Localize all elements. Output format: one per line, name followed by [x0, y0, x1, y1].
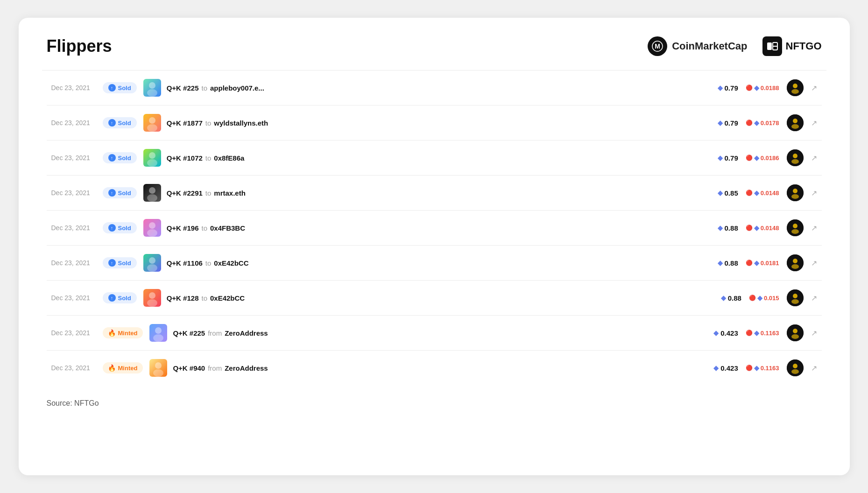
gas-eth-icon: ◆ [754, 259, 759, 267]
tx-date: Dec 23, 2021 [51, 189, 103, 197]
svg-point-34 [791, 229, 799, 234]
fire-icon: 🔴 [746, 85, 753, 91]
svg-point-21 [793, 154, 797, 158]
tx-date: Dec 23, 2021 [51, 84, 103, 92]
gas-price: 🔴 ◆ 0.1163 [746, 364, 779, 372]
fire-icon: 🔴 [746, 120, 753, 126]
nftgo-label: NFTGO [786, 40, 822, 52]
collection-avatar [787, 184, 804, 201]
nft-avatar [143, 149, 161, 167]
nft-avatar [143, 289, 161, 307]
eth-price: ◆ 0.85 [718, 189, 738, 197]
tx-date: Dec 23, 2021 [51, 294, 103, 302]
tx-right: ◆ 0.79 🔴 ◆ 0.0188 ↗ [718, 79, 817, 96]
nft-avatar [143, 254, 161, 272]
tx-info: Q+K #1106 to 0xE42bCC [167, 259, 718, 267]
tx-nft-id: Q+K #1106 [167, 259, 203, 267]
svg-point-28 [791, 194, 799, 199]
fire-icon: 🔴 [746, 330, 753, 336]
fire-icon: 🔴 [746, 365, 753, 371]
tx-preposition: to [201, 84, 207, 92]
tx-info: Q+K #2291 to mrtax.eth [167, 189, 718, 197]
table-row: Dec 23, 2021 ↑ Sold Q+K #1106 to 0xE42bC… [47, 246, 822, 281]
gas-price: 🔴 ◆ 0.1163 [746, 329, 779, 337]
tx-preposition: to [205, 259, 212, 267]
eth-icon: ◆ [721, 294, 726, 302]
table-row: Dec 23, 2021 ↑ Sold Q+K #128 to 0xE42bCC [47, 281, 822, 316]
external-link-icon[interactable]: ↗ [811, 259, 817, 268]
gas-price: 🔴 ◆ 0.0186 [746, 154, 779, 162]
table-row: Dec 23, 2021 ↑ Sold Q+K #196 to 0x4FB3BC [47, 211, 822, 246]
tx-address: wyldstallyns.eth [214, 119, 268, 127]
tx-address: 0x4FB3BC [210, 224, 245, 232]
eth-price: ◆ 0.423 [713, 364, 738, 372]
transactions-list: Dec 23, 2021 ↑ Sold Q+K #225 to appleboy… [47, 70, 822, 385]
tx-address: 0xE42bCC [214, 259, 248, 267]
tx-address: mrtax.eth [214, 189, 246, 197]
eth-value: 0.85 [725, 189, 738, 197]
tx-date: Dec 23, 2021 [51, 224, 103, 232]
tx-right: ◆ 0.85 🔴 ◆ 0.0148 ↗ [718, 184, 817, 201]
tx-badge: 🔥 Minted [103, 327, 143, 338]
tx-nft-id: Q+K #940 [173, 364, 205, 372]
eth-price: ◆ 0.88 [718, 259, 738, 267]
badge-icon: ↑ [108, 259, 116, 267]
svg-point-25 [147, 194, 157, 202]
svg-point-13 [147, 124, 157, 132]
table-row: Dec 23, 2021 🔥 Minted Q+K #225 from Zero… [47, 316, 822, 351]
tx-info: Q+K #1877 to wyldstallyns.eth [167, 119, 718, 127]
fire-icon: 🔴 [749, 295, 756, 301]
eth-value: 0.423 [720, 329, 738, 337]
external-link-icon[interactable]: ↗ [811, 294, 817, 303]
tx-badge: ↑ Sold [103, 152, 137, 163]
tx-info: Q+K #225 to appleboy007.e... [167, 84, 718, 92]
tx-address: ZeroAddress [225, 364, 268, 372]
gas-price: 🔴 ◆ 0.0188 [746, 84, 779, 92]
eth-price: ◆ 0.79 [718, 84, 738, 92]
tx-info: Q+K #940 from ZeroAddress [173, 364, 713, 372]
collection-avatar [787, 79, 804, 96]
eth-price: ◆ 0.423 [713, 329, 738, 337]
external-link-icon[interactable]: ↗ [811, 224, 817, 232]
cmc-label: CoinMarketCap [672, 40, 747, 52]
badge-icon: ↑ [108, 154, 116, 162]
eth-value: 0.79 [725, 84, 738, 92]
external-link-icon[interactable]: ↗ [811, 329, 817, 338]
svg-point-57 [793, 364, 797, 368]
tx-info: Q+K #225 from ZeroAddress [173, 329, 713, 337]
tx-date: Dec 23, 2021 [51, 364, 103, 372]
tx-preposition: to [205, 189, 212, 197]
gas-price: 🔴 ◆ 0.0148 [746, 224, 779, 232]
eth-icon: ◆ [718, 84, 723, 92]
table-row: Dec 23, 2021 ↑ Sold Q+K #225 to appleboy… [47, 70, 822, 106]
badge-label: Sold [118, 190, 131, 197]
page-title: Flippers [47, 36, 112, 56]
nft-avatar [143, 184, 161, 202]
gas-price: 🔴 ◆ 0.0148 [746, 189, 779, 197]
gas-eth-icon: ◆ [754, 119, 759, 127]
svg-point-7 [147, 89, 157, 97]
svg-point-15 [793, 119, 797, 123]
svg-point-52 [791, 334, 799, 339]
external-link-icon[interactable]: ↗ [811, 119, 817, 127]
external-link-icon[interactable]: ↗ [811, 84, 817, 92]
tx-preposition: from [208, 329, 222, 337]
collection-avatar [787, 149, 804, 166]
external-link-icon[interactable]: ↗ [811, 189, 817, 197]
gas-value: 0.1163 [761, 365, 779, 372]
external-link-icon[interactable]: ↗ [811, 364, 817, 373]
svg-point-18 [149, 152, 155, 159]
header-logos: M CoinMarketCap NFTGO [648, 36, 821, 56]
eth-price: ◆ 0.88 [718, 224, 738, 232]
tx-info: Q+K #1072 to 0x8fE86a [167, 154, 718, 162]
external-link-icon[interactable]: ↗ [811, 154, 817, 162]
badge-label: Sold [118, 120, 131, 127]
eth-icon: ◆ [713, 329, 719, 337]
gas-eth-icon: ◆ [754, 224, 759, 232]
fire-icon: 🔴 [746, 155, 753, 161]
tx-right: ◆ 0.79 🔴 ◆ 0.0178 ↗ [718, 114, 817, 131]
svg-point-43 [147, 299, 157, 307]
tx-address: appleboy007.e... [210, 84, 264, 92]
cmc-icon: M [648, 36, 667, 56]
table-row: Dec 23, 2021 ↑ Sold Q+K #1072 to 0x8fE86… [47, 141, 822, 176]
